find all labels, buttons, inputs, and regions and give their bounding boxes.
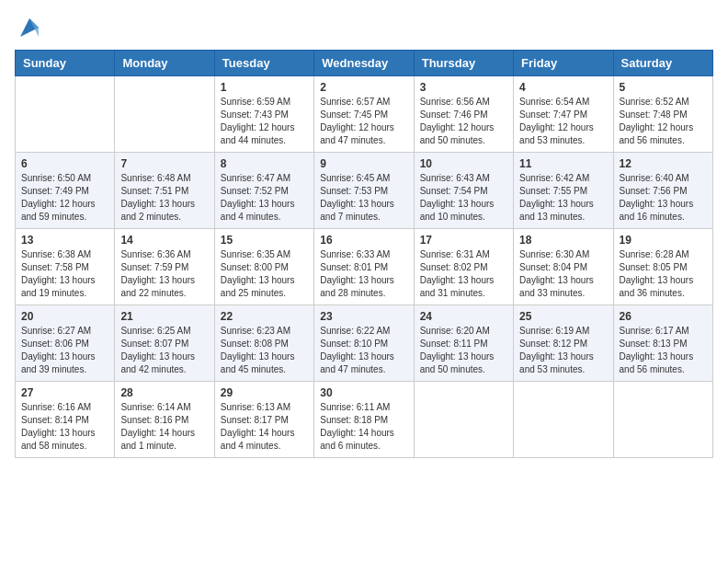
calendar-cell: 12Sunrise: 6:40 AM Sunset: 7:56 PM Dayli… [613, 153, 712, 229]
day-info: Sunrise: 6:19 AM Sunset: 8:12 PM Dayligh… [519, 325, 607, 376]
calendar-cell [16, 76, 115, 153]
calendar-body: 1Sunrise: 6:59 AM Sunset: 7:43 PM Daylig… [16, 76, 713, 458]
calendar-cell: 16Sunrise: 6:33 AM Sunset: 8:01 PM Dayli… [314, 229, 414, 305]
day-info: Sunrise: 6:33 AM Sunset: 8:01 PM Dayligh… [320, 248, 407, 300]
day-info: Sunrise: 6:38 AM Sunset: 7:58 PM Dayligh… [21, 248, 108, 300]
calendar-cell: 7Sunrise: 6:48 AM Sunset: 7:51 PM Daylig… [115, 153, 214, 229]
day-number: 30 [320, 386, 407, 399]
calendar-cell: 1Sunrise: 6:59 AM Sunset: 7:43 PM Daylig… [214, 76, 313, 153]
day-info: Sunrise: 6:52 AM Sunset: 7:48 PM Dayligh… [620, 96, 707, 147]
day-info: Sunrise: 6:13 AM Sunset: 8:17 PM Dayligh… [221, 401, 308, 453]
calendar-cell [115, 76, 214, 153]
day-info: Sunrise: 6:11 AM Sunset: 8:18 PM Dayligh… [320, 401, 407, 453]
day-number: 29 [221, 386, 308, 399]
day-info: Sunrise: 6:25 AM Sunset: 8:07 PM Dayligh… [120, 325, 208, 376]
day-number: 13 [21, 234, 108, 247]
day-number: 9 [320, 157, 407, 170]
day-number: 14 [120, 234, 208, 247]
day-info: Sunrise: 6:45 AM Sunset: 7:53 PM Dayligh… [320, 172, 407, 224]
day-info: Sunrise: 6:59 AM Sunset: 7:43 PM Dayligh… [221, 96, 308, 147]
calendar-cell: 24Sunrise: 6:20 AM Sunset: 8:11 PM Dayli… [414, 305, 513, 382]
day-number: 16 [320, 234, 407, 247]
day-number: 28 [120, 386, 208, 399]
calendar-cell: 20Sunrise: 6:27 AM Sunset: 8:06 PM Dayli… [16, 305, 115, 382]
calendar-week-2: 6Sunrise: 6:50 AM Sunset: 7:49 PM Daylig… [16, 153, 713, 229]
day-number: 18 [519, 234, 607, 247]
day-info: Sunrise: 6:31 AM Sunset: 8:02 PM Dayligh… [420, 248, 507, 300]
day-info: Sunrise: 6:17 AM Sunset: 8:13 PM Dayligh… [620, 325, 707, 376]
weekday-header-friday: Friday [514, 51, 613, 76]
day-number: 8 [221, 157, 308, 170]
day-info: Sunrise: 6:28 AM Sunset: 8:05 PM Dayligh… [620, 248, 707, 300]
day-info: Sunrise: 6:22 AM Sunset: 8:10 PM Dayligh… [320, 325, 407, 376]
calendar-week-3: 13Sunrise: 6:38 AM Sunset: 7:58 PM Dayli… [16, 229, 713, 305]
weekday-header-thursday: Thursday [414, 51, 513, 76]
day-number: 15 [221, 234, 308, 247]
page-header [15, 15, 713, 40]
logo-icon [17, 15, 42, 40]
weekday-header-wednesday: Wednesday [314, 51, 414, 76]
day-info: Sunrise: 6:35 AM Sunset: 8:00 PM Dayligh… [221, 248, 308, 300]
day-info: Sunrise: 6:14 AM Sunset: 8:16 PM Dayligh… [120, 401, 208, 453]
day-info: Sunrise: 6:16 AM Sunset: 8:14 PM Dayligh… [21, 401, 108, 453]
calendar-cell: 29Sunrise: 6:13 AM Sunset: 8:17 PM Dayli… [214, 382, 313, 458]
day-number: 23 [320, 310, 407, 323]
day-info: Sunrise: 6:42 AM Sunset: 7:55 PM Dayligh… [519, 172, 607, 224]
weekday-header-row: SundayMondayTuesdayWednesdayThursdayFrid… [16, 51, 713, 76]
day-number: 19 [620, 234, 707, 247]
calendar-cell: 10Sunrise: 6:43 AM Sunset: 7:54 PM Dayli… [414, 153, 513, 229]
calendar-cell: 3Sunrise: 6:56 AM Sunset: 7:46 PM Daylig… [414, 76, 513, 153]
calendar-week-5: 27Sunrise: 6:16 AM Sunset: 8:14 PM Dayli… [16, 382, 713, 458]
day-info: Sunrise: 6:43 AM Sunset: 7:54 PM Dayligh… [420, 172, 507, 224]
calendar-cell: 9Sunrise: 6:45 AM Sunset: 7:53 PM Daylig… [314, 153, 414, 229]
day-number: 11 [519, 157, 607, 170]
calendar-cell: 17Sunrise: 6:31 AM Sunset: 8:02 PM Dayli… [414, 229, 513, 305]
day-number: 17 [420, 234, 507, 247]
calendar-cell: 15Sunrise: 6:35 AM Sunset: 8:00 PM Dayli… [214, 229, 313, 305]
calendar-cell: 2Sunrise: 6:57 AM Sunset: 7:45 PM Daylig… [314, 76, 414, 153]
day-number: 27 [21, 386, 108, 399]
day-info: Sunrise: 6:23 AM Sunset: 8:08 PM Dayligh… [221, 325, 308, 376]
day-number: 22 [221, 310, 308, 323]
day-number: 20 [21, 310, 108, 323]
calendar-cell [414, 382, 513, 458]
calendar-cell: 6Sunrise: 6:50 AM Sunset: 7:49 PM Daylig… [16, 153, 115, 229]
day-number: 21 [120, 310, 208, 323]
day-info: Sunrise: 6:57 AM Sunset: 7:45 PM Dayligh… [320, 96, 407, 147]
logo [15, 15, 42, 40]
calendar-cell: 13Sunrise: 6:38 AM Sunset: 7:58 PM Dayli… [16, 229, 115, 305]
day-number: 12 [620, 157, 707, 170]
calendar-cell: 26Sunrise: 6:17 AM Sunset: 8:13 PM Dayli… [613, 305, 712, 382]
day-info: Sunrise: 6:27 AM Sunset: 8:06 PM Dayligh… [21, 325, 108, 376]
calendar-cell: 8Sunrise: 6:47 AM Sunset: 7:52 PM Daylig… [214, 153, 313, 229]
calendar-cell: 19Sunrise: 6:28 AM Sunset: 8:05 PM Dayli… [613, 229, 712, 305]
weekday-header-sunday: Sunday [16, 51, 115, 76]
calendar-cell: 23Sunrise: 6:22 AM Sunset: 8:10 PM Dayli… [314, 305, 414, 382]
calendar-cell: 21Sunrise: 6:25 AM Sunset: 8:07 PM Dayli… [115, 305, 214, 382]
calendar-week-1: 1Sunrise: 6:59 AM Sunset: 7:43 PM Daylig… [16, 76, 713, 153]
calendar-week-4: 20Sunrise: 6:27 AM Sunset: 8:06 PM Dayli… [16, 305, 713, 382]
day-number: 25 [519, 310, 607, 323]
calendar-cell [613, 382, 712, 458]
day-number: 2 [320, 81, 407, 94]
calendar-cell: 28Sunrise: 6:14 AM Sunset: 8:16 PM Dayli… [115, 382, 214, 458]
day-number: 3 [420, 81, 507, 94]
weekday-header-saturday: Saturday [613, 51, 712, 76]
calendar-cell: 30Sunrise: 6:11 AM Sunset: 8:18 PM Dayli… [314, 382, 414, 458]
calendar-cell: 27Sunrise: 6:16 AM Sunset: 8:14 PM Dayli… [16, 382, 115, 458]
day-info: Sunrise: 6:30 AM Sunset: 8:04 PM Dayligh… [519, 248, 607, 300]
day-number: 10 [420, 157, 507, 170]
day-number: 4 [519, 81, 607, 94]
day-info: Sunrise: 6:36 AM Sunset: 7:59 PM Dayligh… [120, 248, 208, 300]
weekday-header-tuesday: Tuesday [214, 51, 313, 76]
calendar-table: SundayMondayTuesdayWednesdayThursdayFrid… [15, 50, 713, 458]
day-info: Sunrise: 6:47 AM Sunset: 7:52 PM Dayligh… [221, 172, 308, 224]
calendar-cell: 22Sunrise: 6:23 AM Sunset: 8:08 PM Dayli… [214, 305, 313, 382]
day-info: Sunrise: 6:20 AM Sunset: 8:11 PM Dayligh… [420, 325, 507, 376]
day-info: Sunrise: 6:56 AM Sunset: 7:46 PM Dayligh… [420, 96, 507, 147]
day-info: Sunrise: 6:54 AM Sunset: 7:47 PM Dayligh… [519, 96, 607, 147]
day-number: 26 [620, 310, 707, 323]
calendar-cell: 14Sunrise: 6:36 AM Sunset: 7:59 PM Dayli… [115, 229, 214, 305]
day-info: Sunrise: 6:40 AM Sunset: 7:56 PM Dayligh… [620, 172, 707, 224]
day-info: Sunrise: 6:48 AM Sunset: 7:51 PM Dayligh… [120, 172, 208, 224]
